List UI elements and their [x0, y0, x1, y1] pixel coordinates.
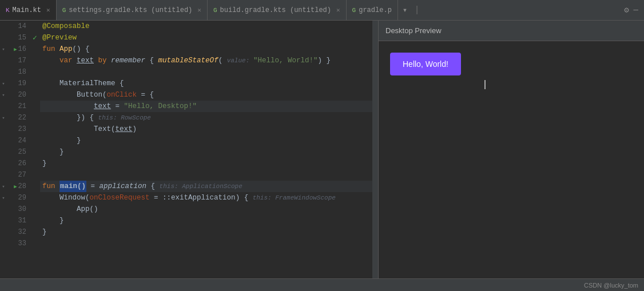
editor-scrollbar[interactable] [372, 21, 378, 278]
tab-close-settings[interactable]: ✕ [197, 6, 201, 14]
tab-label-gradle: gradle.p [359, 6, 392, 14]
code-line-33 [40, 238, 372, 249]
status-bar: CSDN @lucky_tom [0, 278, 644, 291]
tab-gradle-p[interactable]: G gradle.p [347, 0, 398, 20]
button-call: Button [77, 89, 102, 101]
gutter-15 [0, 32, 7, 43]
check-32 [30, 226, 40, 238]
code-line-30: App() [40, 204, 372, 215]
onclose-param: onCloseRequest [90, 192, 150, 204]
code-line-26: } [40, 158, 372, 169]
gutter-19: ▾ [0, 78, 7, 89]
tab-build-gradle[interactable]: G build.gradle.kts (untitled) ✕ [208, 0, 347, 20]
line-num-21: 21 [18, 101, 26, 112]
kotlin-icon: K [6, 7, 10, 14]
str-hello-world: "Hello, World!" [253, 55, 318, 66]
check-21 [30, 101, 40, 112]
check-27 [30, 169, 40, 181]
line-num-14: 14 [18, 21, 26, 32]
application-call: application [100, 181, 147, 192]
fold-icon-22[interactable]: ▾ [2, 115, 5, 121]
check-25 [30, 146, 40, 158]
tabs-overflow-button[interactable]: ▾ [398, 5, 412, 15]
hello-world-button[interactable]: Hello, World! [390, 53, 461, 75]
annotation-composable: @Composable [42, 21, 90, 32]
check-33 [30, 238, 40, 249]
line-num-20: 20 [18, 89, 26, 101]
gutter-16: ▾ [0, 43, 7, 55]
str-hello-desktop: "Hello, Desktop!" [124, 101, 197, 112]
app-call: App [77, 204, 90, 215]
paren-16: () { [73, 43, 90, 55]
gutter-26 [0, 158, 7, 169]
material-theme: MaterialTheme [59, 78, 116, 89]
preview-header: Desktop Preview [379, 21, 644, 41]
line-num-23: 23 [18, 123, 26, 135]
gutter-28: ▾ [0, 181, 7, 192]
code-line-21: text = "Hello, Desktop!" [40, 101, 372, 112]
fold-icon-20[interactable]: ▾ [2, 92, 5, 98]
main-area: ▾ ▾ ▾ ▾ ▾ [0, 21, 644, 278]
gutter-14 [0, 21, 7, 32]
gradle-icon-3: G [352, 7, 356, 14]
gradle-icon-2: G [213, 7, 217, 14]
tab-settings-gradle[interactable]: G settings.gradle.kts (untitled) ✕ [57, 0, 208, 20]
minimize-icon[interactable]: ─ [634, 6, 638, 15]
code-line-19: MaterialTheme { [40, 78, 372, 89]
line-num-33: 33 [18, 238, 26, 249]
tab-close-build[interactable]: ✕ [336, 6, 340, 14]
fn-app: App [59, 43, 73, 55]
code-line-17: var text by remember { mutableStateOf( v… [40, 55, 372, 66]
tab-main-kt[interactable]: K Main.kt ✕ [0, 0, 57, 20]
line-num-16: ▶ 16 [14, 43, 26, 55]
preview-content: Hello, World! [379, 41, 644, 278]
check-20 [30, 89, 40, 101]
var-text: text [77, 55, 94, 66]
indent-17 [42, 55, 59, 66]
preview-title: Desktop Preview [385, 26, 442, 35]
gutter-24 [0, 135, 7, 146]
gutter-21 [0, 101, 7, 112]
hint-appscope: this: ApplicationScope [160, 181, 243, 192]
fold-icon-16[interactable]: ▾ [2, 46, 5, 53]
var-text-assign: text [94, 101, 111, 112]
code-line-31: } [40, 215, 372, 226]
code-line-16: fun App() { [40, 43, 372, 55]
tab-close-main[interactable]: ✕ [46, 6, 50, 14]
gradle-icon-1: G [62, 7, 66, 14]
code-line-14: @Composable [40, 21, 372, 32]
line-num-25: 25 [18, 146, 26, 158]
run-indicator-28[interactable]: ▶ [14, 184, 17, 190]
line-numbers: 14 15 ▶ 16 17 18 19 20 21 22 23 24 25 26… [7, 21, 30, 278]
settings-icon[interactable]: ⚙ [624, 5, 629, 15]
line-num-32: 32 [18, 226, 26, 238]
check-16 [30, 43, 40, 55]
fold-icon-28[interactable]: ▾ [2, 184, 5, 190]
tab-bar-actions: ⚙ ─ [624, 5, 644, 15]
watermark-text: CSDN @lucky_tom [584, 282, 638, 289]
line-num-17: 17 [18, 55, 26, 66]
fold-icon-19[interactable]: ▾ [2, 81, 5, 87]
code-area: ▾ ▾ ▾ ▾ ▾ [0, 21, 378, 278]
text-call: Text [94, 123, 111, 135]
code-line-20: Button(onClick = { [40, 89, 372, 101]
exit-fn: exitApplication [171, 192, 236, 204]
tab-separator: | [412, 5, 422, 15]
gutter-31 [0, 215, 7, 226]
check-30 [30, 204, 40, 215]
hint-framescope: this: FrameWindowScope [253, 192, 336, 204]
fold-icon-29[interactable]: ▾ [2, 195, 5, 201]
code-line-27 [40, 169, 372, 181]
check-29 [30, 192, 40, 204]
check-14 [30, 21, 40, 32]
code-gutter: ▾ ▾ ▾ ▾ ▾ [0, 21, 7, 278]
window-call: Window [59, 192, 85, 204]
tab-label: Main.kt [13, 6, 41, 14]
onclick-param: onClick [107, 89, 137, 101]
run-indicator-16[interactable]: ▶ [14, 46, 17, 53]
code-lines[interactable]: @Composable @Preview fun App() { var tex… [40, 21, 372, 278]
code-line-23: Text(text) [40, 123, 372, 135]
annotation-preview: @Preview [42, 32, 77, 43]
code-line-28: fun main() = application { this: Applica… [40, 181, 372, 192]
kw-var: var [59, 55, 77, 66]
